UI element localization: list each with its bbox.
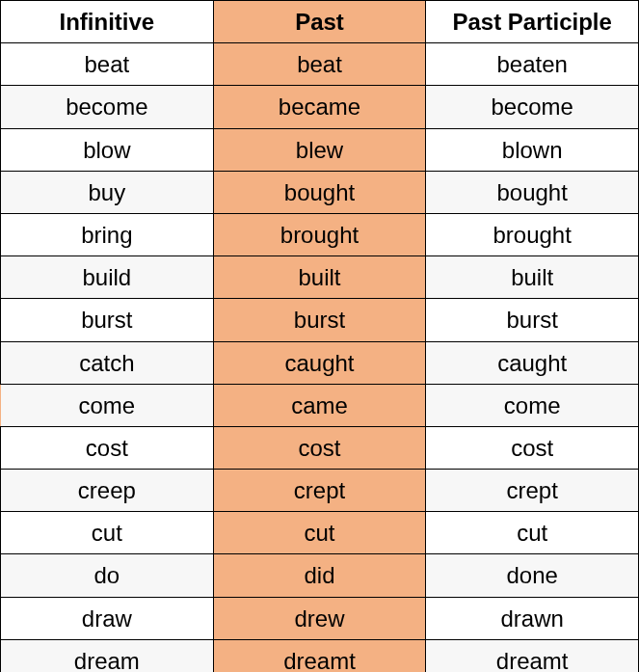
cell-participle: dreamt	[426, 639, 639, 672]
table-row: beatbeatbeaten	[1, 43, 639, 86]
verb-table-container: Infinitive Past Past Participle beatbeat…	[0, 0, 639, 672]
cell-infinitive: buy	[1, 171, 214, 213]
cell-infinitive: become	[1, 86, 214, 128]
cell-infinitive: do	[1, 554, 214, 597]
cell-infinitive: beat	[1, 43, 214, 86]
cell-past: drew	[213, 597, 426, 639]
table-row: dodiddone	[1, 554, 639, 597]
cell-participle: built	[426, 256, 639, 299]
cell-participle: come	[426, 384, 639, 426]
cell-participle: cost	[426, 426, 639, 469]
cell-infinitive: cut	[1, 512, 214, 554]
cell-participle: drawn	[426, 597, 639, 639]
cell-infinitive: dream	[1, 639, 214, 672]
cell-infinitive: draw	[1, 597, 214, 639]
cell-participle: burst	[426, 299, 639, 341]
cell-past: bought	[213, 171, 426, 213]
cell-infinitive: burst	[1, 299, 214, 341]
cell-past: became	[213, 86, 426, 128]
cell-infinitive: catch	[1, 341, 214, 384]
cell-infinitive: build	[1, 256, 214, 299]
cell-infinitive: come	[1, 384, 214, 426]
cell-participle: brought	[426, 213, 639, 255]
table-row: blowblewblown	[1, 128, 639, 171]
header-row: Infinitive Past Past Participle	[1, 1, 639, 43]
table-row: burstburstburst	[1, 299, 639, 341]
header-participle: Past Participle	[426, 1, 639, 43]
cell-past: blew	[213, 128, 426, 171]
cell-infinitive: cost	[1, 426, 214, 469]
cell-infinitive: bring	[1, 213, 214, 255]
table-row: becomebecamebecome	[1, 86, 639, 128]
verb-table: Infinitive Past Past Participle beatbeat…	[0, 0, 639, 672]
table-row: costcostcost	[1, 426, 639, 469]
cell-participle: done	[426, 554, 639, 597]
cell-past: did	[213, 554, 426, 597]
header-past: Past	[213, 1, 426, 43]
cell-participle: blown	[426, 128, 639, 171]
cell-participle: beaten	[426, 43, 639, 86]
table-row: cutcutcut	[1, 512, 639, 554]
table-row: dreamdreamtdreamt	[1, 639, 639, 672]
cell-participle: cut	[426, 512, 639, 554]
cell-infinitive: blow	[1, 128, 214, 171]
cell-past: burst	[213, 299, 426, 341]
verb-table-body: beatbeatbeatenbecomebecamebecomeblowblew…	[1, 43, 639, 672]
table-row: bringbroughtbrought	[1, 213, 639, 255]
cell-past: caught	[213, 341, 426, 384]
cell-past: built	[213, 256, 426, 299]
cell-participle: bought	[426, 171, 639, 213]
cell-past: cost	[213, 426, 426, 469]
cell-past: came	[213, 384, 426, 426]
table-row: buildbuiltbuilt	[1, 256, 639, 299]
cell-past: dreamt	[213, 639, 426, 672]
cell-participle: become	[426, 86, 639, 128]
cell-past: crept	[213, 470, 426, 512]
cell-past: brought	[213, 213, 426, 255]
table-row: comecamecome	[1, 384, 639, 426]
cell-past: cut	[213, 512, 426, 554]
cell-participle: caught	[426, 341, 639, 384]
cell-past: beat	[213, 43, 426, 86]
header-infinitive: Infinitive	[1, 1, 214, 43]
table-row: buyboughtbought	[1, 171, 639, 213]
cell-infinitive: creep	[1, 470, 214, 512]
cell-participle: crept	[426, 470, 639, 512]
table-row: drawdrewdrawn	[1, 597, 639, 639]
table-row: creepcreptcrept	[1, 470, 639, 512]
table-row: catchcaughtcaught	[1, 341, 639, 384]
